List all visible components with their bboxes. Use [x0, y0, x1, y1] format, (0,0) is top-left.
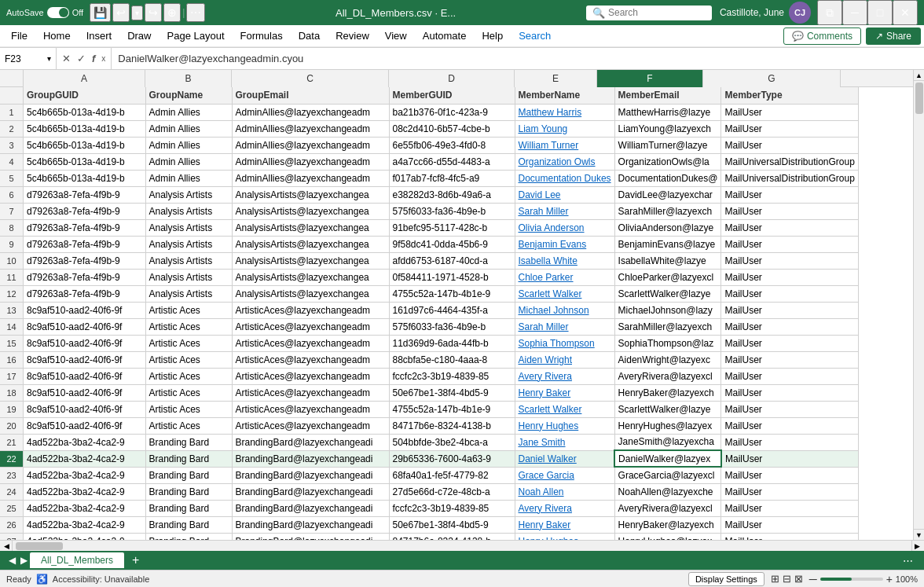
menu-data[interactable]: Data	[291, 27, 328, 45]
search-box[interactable]: 🔍	[586, 6, 712, 20]
right-scrollbar[interactable]: ▲ ▼	[913, 70, 924, 540]
function-icon[interactable]: f	[90, 51, 97, 66]
autosave-extra[interactable]: ⊕	[163, 3, 181, 22]
menu-sap[interactable]: Search	[511, 27, 559, 45]
confirm-formula-icon[interactable]: ✓	[75, 51, 88, 66]
header-membertype[interactable]: MemberType	[721, 87, 859, 104]
col-header-g[interactable]: G	[703, 70, 841, 87]
menu-file[interactable]: File	[3, 27, 35, 45]
more-button[interactable]: ⋯	[186, 3, 205, 22]
row-num-12[interactable]: 12	[0, 286, 24, 303]
header-groupguid[interactable]: GroupGUID	[24, 87, 145, 104]
scroll-up-arrow[interactable]: ▲	[914, 70, 925, 81]
redo-button[interactable]: ↪	[145, 3, 162, 22]
page-break-icon[interactable]: ⊠	[794, 573, 803, 585]
row-num-13[interactable]: 13	[0, 303, 24, 319]
row-num-21[interactable]: 21	[0, 435, 24, 451]
tab-options[interactable]: ⋯	[898, 555, 918, 567]
row-num-14[interactable]: 14	[0, 319, 24, 336]
menu-help[interactable]: Help	[474, 27, 511, 45]
zoom-in-button[interactable]: +	[886, 573, 893, 585]
row-num-25[interactable]: 25	[0, 501, 24, 517]
row-num-16[interactable]: 16	[0, 352, 24, 369]
row-num-7[interactable]: 7	[0, 204, 24, 220]
row-num-20[interactable]: 20	[0, 418, 24, 435]
row-num-27[interactable]: 27	[0, 534, 24, 540]
scroll-thumb[interactable]	[915, 83, 923, 114]
bottom-scrollbar[interactable]: ◀ ▶	[0, 540, 924, 551]
row-num-10[interactable]: 10	[0, 253, 24, 270]
row-num-19[interactable]: 19	[0, 402, 24, 418]
scroll-horiz-thumb[interactable]	[16, 542, 63, 550]
zoom-slider[interactable]	[820, 578, 883, 581]
display-settings-button[interactable]: Display Settings	[688, 572, 764, 586]
row-num-9[interactable]: 9	[0, 237, 24, 253]
undo-dropdown[interactable]: ▾	[131, 6, 143, 20]
row-num-26[interactable]: 26	[0, 517, 24, 534]
scroll-down-arrow[interactable]: ▼	[914, 529, 925, 540]
restore-button[interactable]: ⧉	[817, 0, 842, 25]
row-num-4[interactable]: 4	[0, 154, 24, 171]
zoom-out-button[interactable]: ─	[809, 573, 817, 585]
header-groupemail[interactable]: GroupEmail	[232, 87, 389, 104]
row-num-8[interactable]: 8	[0, 220, 24, 237]
grid-scroll[interactable]: GroupGUID GroupName GroupEmail MemberGUI…	[24, 87, 913, 540]
normal-view-icon[interactable]: ⊞	[771, 573, 779, 585]
scroll-right-arrow[interactable]: ▶	[911, 541, 922, 552]
header-memberemail[interactable]: MemberEmail	[614, 87, 721, 104]
col-header-c[interactable]: C	[232, 70, 389, 87]
menu-draw[interactable]: Draw	[119, 27, 159, 45]
sheet-nav-left[interactable]: ◀	[6, 555, 18, 566]
row-num-17[interactable]: 17	[0, 369, 24, 385]
row-num-23[interactable]: 23	[0, 468, 24, 484]
close-button[interactable]: ✕	[893, 0, 918, 25]
cancel-formula-icon[interactable]: ✕	[60, 51, 73, 66]
minimize-button[interactable]: ─	[842, 0, 867, 25]
cell-ref-dropdown[interactable]: ▾	[47, 54, 51, 63]
scroll-left-arrow[interactable]: ◀	[2, 541, 13, 552]
row-num-header[interactable]	[0, 87, 24, 105]
save-button[interactable]: 💾	[90, 3, 111, 22]
formula-expand-icon[interactable]: x	[99, 53, 108, 64]
row-num-15[interactable]: 15	[0, 336, 24, 352]
header-membername[interactable]: MemberName	[515, 87, 614, 104]
row-num-3[interactable]: 3	[0, 138, 24, 154]
undo-button[interactable]: ↩	[112, 3, 130, 22]
col-header-e[interactable]: E	[515, 70, 597, 87]
col-header-a[interactable]: A	[24, 70, 145, 87]
header-groupname[interactable]: GroupName	[145, 87, 232, 104]
comments-button[interactable]: 💬 Comments	[783, 28, 861, 45]
col-header-f[interactable]: F	[597, 70, 703, 87]
col-header-b[interactable]: B	[145, 70, 232, 87]
row-num-11[interactable]: 11	[0, 270, 24, 286]
menu-page-layout[interactable]: Page Layout	[160, 27, 233, 45]
avatar[interactable]: CJ	[789, 2, 811, 24]
maximize-button[interactable]: □	[867, 0, 893, 25]
sheet-nav-right[interactable]: ▶	[18, 555, 30, 566]
col-header-d[interactable]: D	[389, 70, 515, 87]
menu-automate[interactable]: Automate	[415, 27, 475, 45]
row-num-5[interactable]: 5	[0, 171, 24, 187]
corner-cell[interactable]	[0, 70, 24, 87]
menu-review[interactable]: Review	[328, 27, 377, 45]
row-num-22[interactable]: 22	[0, 451, 24, 468]
row-num-24[interactable]: 24	[0, 484, 24, 501]
autosave-toggle[interactable]	[47, 7, 69, 18]
selected-cell[interactable]: DanielWalker@lazyex	[614, 450, 721, 467]
menu-home[interactable]: Home	[35, 27, 79, 45]
menu-formulas[interactable]: Formulas	[233, 27, 291, 45]
formula-input[interactable]	[112, 48, 924, 69]
row-num-18[interactable]: 18	[0, 385, 24, 402]
add-sheet-button[interactable]: +	[129, 553, 142, 567]
row-num-1[interactable]: 1	[0, 105, 24, 121]
menu-view[interactable]: View	[377, 27, 415, 45]
row-num-6[interactable]: 6	[0, 187, 24, 204]
sheet-tab-all-dl-members[interactable]: All_DL_Members	[30, 552, 124, 568]
cell-reference[interactable]: F23 ▾	[0, 48, 57, 69]
share-button[interactable]: ↗ Share	[866, 28, 921, 45]
menu-insert[interactable]: Insert	[79, 27, 120, 45]
search-input[interactable]	[608, 7, 706, 18]
header-memberguid[interactable]: MemberGUID	[389, 87, 515, 104]
row-num-2[interactable]: 2	[0, 121, 24, 138]
page-layout-icon[interactable]: ⊟	[783, 573, 791, 585]
